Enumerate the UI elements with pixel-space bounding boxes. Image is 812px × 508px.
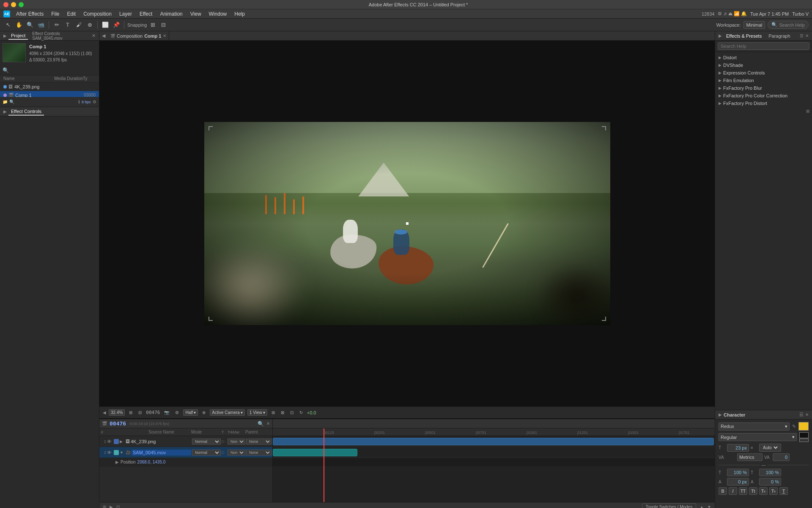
timeline-close[interactable]: ✕ [266, 421, 270, 426]
menu-window[interactable]: Window [206, 10, 230, 18]
layer-2-expand[interactable]: ▼ [120, 450, 125, 455]
layer-2-mode-select[interactable]: Normal [192, 450, 221, 456]
char-leading-field[interactable]: Auto [759, 444, 781, 452]
effects-grid-icon[interactable]: ⊞ [806, 109, 809, 113]
zoom-display[interactable]: 32.4% [109, 409, 125, 416]
effect-expression[interactable]: ▶ Expression Controls [715, 69, 812, 77]
viewer-camera-dropdown[interactable]: Active Camera ▾ [210, 409, 245, 416]
layer-2-mode-container[interactable]: Normal [192, 450, 221, 456]
search-help-box[interactable]: 🔍 Search Help [768, 21, 809, 29]
tool-shape[interactable]: ⬜ [101, 20, 110, 30]
layer-2-parent2-select[interactable]: None [246, 450, 272, 456]
char-font-edit-btn[interactable]: ✎ [792, 424, 796, 429]
layer-2-parent-select[interactable]: None [228, 450, 245, 456]
maximize-button[interactable] [19, 2, 24, 7]
viewer-toggle-btn[interactable]: ⊕ [200, 409, 207, 416]
effect-film-emulation[interactable]: ▶ Film Emulation [715, 77, 812, 84]
project-new-folder-icon[interactable]: 📁 [3, 99, 8, 104]
timeline-timecode[interactable]: 00476 [110, 420, 126, 427]
viewer-snap-btn[interactable]: ⊟ [137, 409, 143, 416]
char-size-field[interactable]: 23 px [727, 444, 749, 452]
tab-project[interactable]: Project [8, 32, 28, 40]
tool-zoom[interactable]: 🔍 [25, 20, 35, 30]
tool-hand[interactable]: ✋ [14, 20, 24, 30]
layer-1-expand[interactable]: ▶ [120, 439, 125, 444]
layer-1-parent2-select[interactable]: None [246, 439, 272, 444]
viewer-btn3[interactable]: ⊡ [288, 409, 295, 416]
char-hscale-field[interactable]: 100 % [727, 469, 749, 476]
tool-select[interactable]: ↖ [3, 20, 13, 30]
char-vscale-field[interactable]: 100 % [759, 469, 781, 476]
char-leading-select[interactable]: Auto [761, 445, 779, 450]
char-close-btn[interactable]: ✕ [805, 412, 809, 417]
close-button[interactable] [3, 2, 8, 7]
layer-2-eye[interactable]: 👁 [107, 450, 113, 455]
layer-1-mode-container[interactable]: Normal [192, 439, 221, 444]
menu-edit[interactable]: Edit [63, 10, 79, 18]
project-info-icon[interactable]: ℹ [78, 99, 80, 104]
tool-camera[interactable]: 📹 [36, 20, 46, 30]
menu-file[interactable]: File [48, 10, 63, 18]
tl-zoom-in[interactable]: ▲ [700, 505, 704, 508]
panel-close-btn[interactable]: ✕ [92, 33, 96, 39]
format-small-caps[interactable]: Tt [749, 487, 757, 495]
sublayer-value[interactable]: 2068.0, 1435.0 [137, 460, 166, 464]
snap-btn[interactable]: ⊞ [148, 20, 158, 30]
timeline-search-btn[interactable]: 🔍 [258, 421, 264, 427]
workspace-dropdown[interactable]: Minimal [743, 21, 765, 29]
char-fill-color[interactable] [799, 432, 809, 438]
effects-panel-close[interactable]: ✕ [805, 33, 809, 38]
tl-icon1[interactable]: ⊞ [103, 505, 106, 508]
layer-1-cb[interactable]: □ [222, 439, 227, 444]
layer-1-parent-select[interactable]: None [228, 439, 245, 444]
layer-1-parent-container[interactable]: None [228, 439, 245, 444]
viewer-cam-btn[interactable]: 📷 [162, 409, 171, 416]
char-metrics-dropdown[interactable]: Metrics [737, 453, 763, 461]
toggle-switches-btn[interactable]: Toggle Switches / Modes [642, 503, 697, 508]
effect-distort[interactable]: ▶ Distort [715, 54, 812, 61]
window-controls[interactable] [3, 2, 24, 7]
format-all-caps[interactable]: TT [739, 487, 747, 495]
tl-icon3[interactable]: ⊡ [116, 505, 120, 508]
layer-row-2[interactable]: 2 👁 ▼ 🎥 SAM_0045.mov Normal □ [99, 447, 272, 458]
viewer-views-dropdown[interactable]: 1 View ▾ [247, 409, 267, 416]
viewer-settings-btn[interactable]: ⚙ [173, 409, 181, 416]
effect-dvshade[interactable]: ▶ DVShade [715, 61, 812, 69]
char-color-swatch[interactable] [798, 422, 809, 431]
tab-effect-controls[interactable]: Effect Controls SAM_0045.mov [30, 30, 90, 41]
viewer-btn4[interactable]: ↻ [298, 409, 304, 416]
track-bar-2[interactable] [273, 449, 357, 456]
layer-1-eye[interactable]: 👁 [107, 439, 113, 444]
tool-pin[interactable]: 📌 [112, 20, 121, 30]
layer-1-mode-select[interactable]: Normal [192, 439, 221, 444]
project-search-bottom-icon[interactable]: 🔍 [9, 99, 14, 104]
format-italic[interactable]: I [729, 487, 737, 495]
tool-pen[interactable]: ✏ [52, 20, 61, 30]
effect-fxfactory-distort[interactable]: ▶ FxFactory Pro Distort [715, 99, 812, 107]
project-settings-icon[interactable]: ⚙ [93, 99, 96, 104]
track-bar-1[interactable] [273, 438, 714, 445]
layer-1-parent2-container[interactable]: None [246, 439, 272, 444]
format-underline[interactable]: T [779, 487, 788, 495]
effect-fxfactory-color[interactable]: ▶ FxFactory Pro Color Correction [715, 92, 812, 99]
menu-composition[interactable]: Composition [80, 10, 115, 18]
comp-tab-close[interactable]: ✕ [163, 33, 166, 38]
tool-clone[interactable]: ⊕ [85, 20, 94, 30]
menu-after-effects[interactable]: After Effects [13, 10, 47, 18]
menu-layer[interactable]: Layer [116, 10, 135, 18]
viewer-btn2[interactable]: ⊠ [279, 409, 286, 416]
layer-2-parent-container[interactable]: None [228, 450, 245, 456]
format-subscript[interactable]: Ts [769, 487, 778, 495]
tl-zoom-out[interactable]: ▼ [707, 505, 711, 508]
tab-effects-presets[interactable]: Effects & Presets [724, 33, 764, 39]
layer-2-cb[interactable]: □ [222, 450, 227, 455]
char-font-dropdown[interactable]: Redux ▾ [719, 422, 790, 431]
char-style-dropdown[interactable]: Regular ▾ [719, 433, 797, 441]
effects-panel-menu[interactable]: ☰ [800, 33, 804, 38]
char-stroke-color[interactable] [799, 439, 809, 442]
effects-search-input[interactable] [718, 42, 809, 50]
char-tsume-field[interactable]: 0 % [759, 478, 781, 486]
char-kerning-field[interactable]: 0 [773, 453, 790, 461]
tool-brush[interactable]: 🖌 [74, 20, 83, 30]
sublayer-expand[interactable]: ▶ [115, 460, 119, 464]
